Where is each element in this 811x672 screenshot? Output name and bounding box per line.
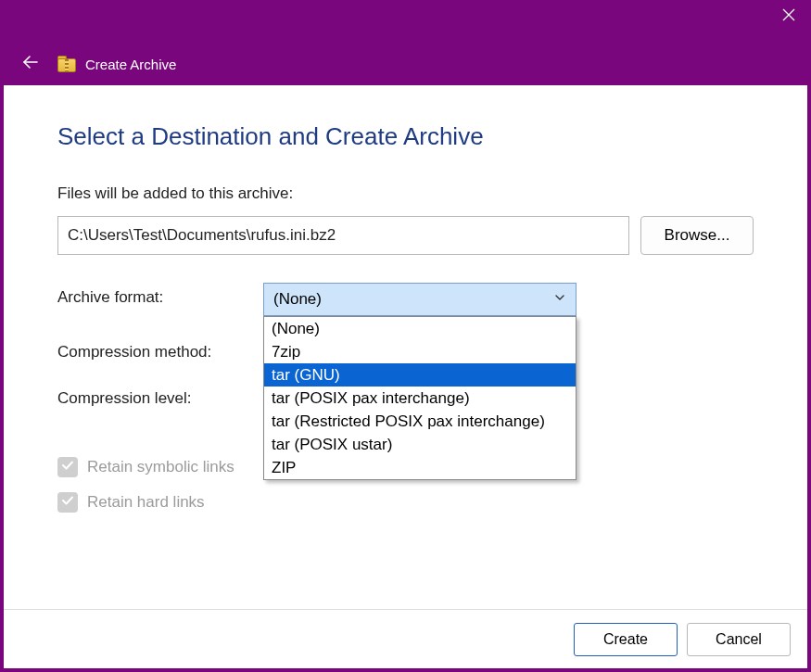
checkmark-icon: [61, 493, 74, 512]
header-bar: Create Archive: [0, 43, 811, 85]
archive-format-field: (None) (None)7ziptar (GNU)tar (POSIX pax…: [263, 283, 577, 329]
header-title-group: Create Archive: [57, 56, 176, 72]
retain-hard-links-label: Retain hard links: [87, 493, 205, 512]
archive-format-option[interactable]: 7zip: [264, 340, 576, 363]
back-button[interactable]: [20, 54, 41, 74]
archive-format-option[interactable]: (None): [264, 317, 576, 340]
content-area: Select a Destination and Create Archive …: [4, 85, 807, 668]
browse-button[interactable]: Browse...: [640, 216, 754, 255]
dialog-footer: Create Cancel: [4, 609, 807, 668]
compression-level-label: Compression level:: [57, 375, 263, 422]
close-icon: [782, 8, 795, 25]
archive-format-option[interactable]: tar (Restricted POSIX pax interchange): [264, 410, 576, 433]
retain-hard-links-row: Retain hard links: [57, 485, 754, 520]
options-grid: Archive format: (None) (None)7ziptar (GN…: [57, 283, 754, 422]
page-heading: Select a Destination and Create Archive: [57, 122, 754, 151]
archive-format-option[interactable]: ZIP: [264, 456, 576, 479]
create-button[interactable]: Create: [574, 623, 678, 656]
archive-format-label: Archive format:: [57, 283, 263, 329]
archive-format-combobox[interactable]: (None): [263, 283, 577, 316]
retain-symbolic-links-label: Retain symbolic links: [87, 458, 234, 476]
archive-folder-icon: [57, 56, 76, 72]
archive-format-selected-value: (None): [273, 290, 322, 309]
checkmark-icon: [61, 458, 74, 476]
files-added-label: Files will be added to this archive:: [57, 184, 754, 203]
retain-symbolic-links-checkbox: [57, 457, 78, 477]
chevron-down-icon: [553, 290, 566, 309]
window-close-button[interactable]: [767, 0, 811, 33]
compression-method-label: Compression method:: [57, 329, 263, 375]
destination-row: Browse...: [57, 216, 754, 255]
archive-path-input[interactable]: [57, 216, 629, 255]
archive-format-dropdown: (None)7ziptar (GNU)tar (POSIX pax interc…: [263, 316, 577, 480]
archive-format-option[interactable]: tar (POSIX ustar): [264, 433, 576, 456]
archive-format-option[interactable]: tar (POSIX pax interchange): [264, 387, 576, 410]
retain-hard-links-checkbox: [57, 492, 78, 513]
window-title: Create Archive: [85, 57, 176, 72]
titlebar: [0, 0, 811, 43]
create-archive-window: Create Archive Select a Destination and …: [0, 0, 811, 672]
cancel-button[interactable]: Cancel: [687, 623, 791, 656]
arrow-left-icon: [21, 53, 40, 75]
archive-format-option[interactable]: tar (GNU): [264, 363, 576, 387]
